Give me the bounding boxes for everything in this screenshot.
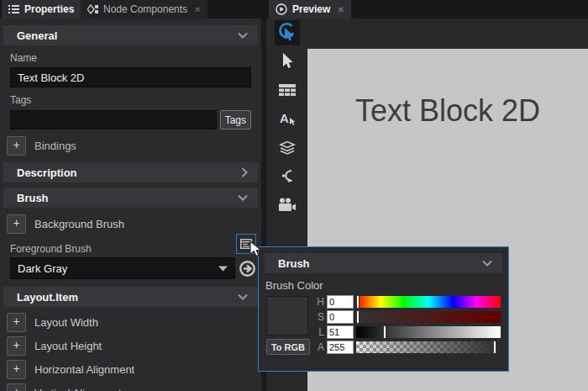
add-background-brush-button[interactable]: + bbox=[7, 214, 26, 234]
chevron-down-icon bbox=[238, 194, 248, 201]
alpha-slider-handle[interactable] bbox=[493, 341, 496, 354]
goto-brush-button[interactable] bbox=[239, 260, 256, 277]
tab-strip: Properties ✕ Node Components ✕ Preview ✕ bbox=[0, 0, 588, 18]
hue-label: H bbox=[316, 296, 324, 308]
tags-button[interactable]: Tags bbox=[220, 110, 251, 129]
background-brush-label: Background Brush bbox=[34, 218, 124, 230]
vertical-alignment-label: Vertical Alignment bbox=[34, 387, 121, 391]
layers-icon bbox=[279, 140, 296, 155]
foreground-brush-dropdown[interactable]: Dark Gray bbox=[10, 257, 235, 279]
select-tool-button[interactable] bbox=[275, 49, 300, 74]
add-binding-button[interactable]: + bbox=[7, 136, 26, 156]
layout-height-label: Layout Height bbox=[34, 340, 102, 352]
brush-color-label: Brush Color bbox=[265, 279, 508, 292]
lightness-slider-handle[interactable] bbox=[383, 325, 386, 339]
tags-label: Tags bbox=[10, 94, 261, 106]
horizontal-alignment-label: Horizontal Alignment bbox=[34, 363, 134, 376]
list-icon bbox=[8, 5, 19, 14]
saturation-input[interactable]: 0 bbox=[327, 310, 354, 324]
brush-color-swatch bbox=[266, 296, 308, 336]
layout-width-label: Layout Width bbox=[34, 316, 98, 329]
lightness-slider[interactable] bbox=[356, 326, 501, 338]
components-icon bbox=[87, 4, 98, 14]
hue-slider[interactable] bbox=[356, 296, 501, 308]
section-general[interactable]: General bbox=[3, 25, 258, 45]
text-tool-icon: A bbox=[279, 111, 296, 126]
connections-tool-button[interactable] bbox=[275, 163, 300, 188]
add-layout-height-button[interactable]: + bbox=[7, 336, 26, 356]
brush-popup: Brush Brush Color To RGB H 0 S 0 bbox=[258, 246, 509, 372]
section-description[interactable]: Description bbox=[3, 162, 258, 182]
lightness-label: L bbox=[316, 326, 324, 338]
chevron-down-icon bbox=[238, 32, 248, 39]
to-rgb-button[interactable]: To RGB bbox=[266, 339, 310, 355]
hue-input[interactable]: 0 bbox=[327, 295, 354, 309]
section-brush-title: Brush bbox=[17, 192, 49, 204]
tags-input[interactable] bbox=[10, 110, 217, 129]
name-input[interactable]: Text Block 2D bbox=[10, 67, 251, 87]
foreground-brush-label: Foreground Brush bbox=[10, 243, 92, 255]
saturation-slider-handle[interactable] bbox=[356, 310, 360, 324]
text-tool-button[interactable]: A bbox=[275, 106, 300, 131]
tab-node-components[interactable]: Node Components ✕ bbox=[81, 0, 207, 18]
camera-icon bbox=[278, 198, 297, 212]
chevron-down-icon bbox=[238, 293, 248, 300]
add-vertical-alignment-button[interactable]: + bbox=[7, 383, 26, 391]
arrow-circle-icon bbox=[239, 260, 256, 277]
saturation-slider[interactable] bbox=[356, 311, 501, 323]
add-horizontal-alignment-button[interactable]: + bbox=[7, 360, 26, 379]
lightness-input[interactable]: 51 bbox=[327, 325, 354, 339]
alpha-label: A bbox=[316, 341, 324, 353]
camera-tool-button[interactable] bbox=[275, 192, 300, 217]
tab-preview[interactable]: Preview ✕ bbox=[269, 0, 351, 18]
section-brush[interactable]: Brush bbox=[3, 188, 258, 208]
brush-popup-header[interactable]: Brush bbox=[265, 253, 502, 273]
close-icon[interactable]: ✕ bbox=[337, 5, 344, 14]
canvas-text-block: Text Block 2D bbox=[307, 93, 588, 129]
play-icon bbox=[276, 3, 287, 15]
properties-panel: General Name Text Block 2D Tags Tags + B… bbox=[0, 18, 261, 391]
hue-slider-handle[interactable] bbox=[356, 295, 360, 309]
close-icon[interactable]: ✕ bbox=[194, 5, 201, 14]
tab-node-components-label: Node Components bbox=[103, 3, 187, 15]
mouse-cursor bbox=[249, 240, 263, 259]
select-cursor-icon bbox=[280, 52, 295, 71]
svg-text:A: A bbox=[280, 111, 289, 125]
connections-icon bbox=[280, 168, 295, 183]
saturation-label: S bbox=[316, 311, 324, 323]
app-window: Properties ✕ Node Components ✕ Preview ✕… bbox=[0, 0, 588, 391]
section-layout-item[interactable]: Layout.Item bbox=[3, 287, 258, 307]
tab-properties-label: Properties bbox=[24, 3, 74, 15]
bindings-label: Bindings bbox=[34, 140, 76, 152]
interact-tool-button[interactable] bbox=[275, 20, 300, 45]
name-label: Name bbox=[10, 52, 261, 64]
grid-tool-button[interactable] bbox=[275, 77, 300, 103]
section-layout-item-title: Layout.Item bbox=[17, 291, 78, 304]
foreground-brush-value: Dark Gray bbox=[18, 262, 67, 275]
layers-tool-button[interactable] bbox=[275, 135, 300, 160]
chevron-right-icon bbox=[241, 167, 248, 177]
alpha-input[interactable]: 255 bbox=[327, 341, 354, 354]
interact-cursor-icon bbox=[278, 23, 297, 43]
section-general-title: General bbox=[17, 29, 57, 42]
add-layout-width-button[interactable]: + bbox=[7, 313, 26, 332]
chevron-down-icon bbox=[482, 260, 492, 267]
grid-icon bbox=[279, 84, 296, 97]
tab-preview-label: Preview bbox=[292, 3, 330, 15]
section-description-title: Description bbox=[17, 166, 77, 179]
dropdown-arrow-icon bbox=[218, 266, 228, 272]
brush-popup-title: Brush bbox=[278, 257, 310, 270]
alpha-slider[interactable] bbox=[356, 341, 501, 353]
